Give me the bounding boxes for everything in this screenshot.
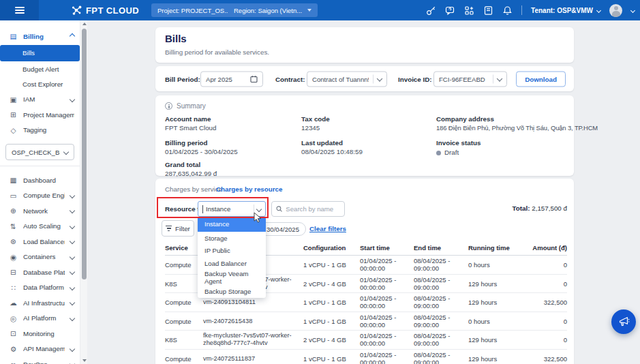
megaphone-icon	[618, 316, 630, 328]
bill-period-label: Bill Period:	[165, 75, 200, 82]
header-end-time: End time	[414, 244, 463, 252]
dropdown-option-instance[interactable]: Instance	[198, 217, 266, 232]
chevron-down-icon	[63, 149, 69, 155]
text-caret	[202, 205, 203, 213]
header-configuration: Configuration	[303, 244, 346, 252]
invoice-id-select[interactable]: FCI-96FEEABD	[433, 71, 507, 87]
chevron-down-icon	[70, 285, 75, 290]
sidebar-item-monitoring[interactable]: ⊡ Monitoring	[0, 326, 80, 342]
apps-grid-icon[interactable]	[464, 5, 474, 16]
dropdown-option-ip-public[interactable]: IP Public	[198, 244, 266, 257]
billing-doc-icon[interactable]	[483, 5, 493, 16]
dropdown-option-load-balancer[interactable]: Load Balancer	[198, 257, 266, 270]
filter-button[interactable]: Filter	[162, 220, 194, 237]
support-chat-icon[interactable]	[445, 5, 455, 16]
chevron-down-icon	[596, 7, 601, 12]
contract-label: Contract:	[275, 75, 305, 82]
sidebar-item-dashboard[interactable]: ▦ Dashboard	[0, 172, 80, 188]
tenant-selector[interactable]: Tenant: OSP&VMW	[531, 7, 600, 14]
invoice-id-label: Invoice ID:	[398, 75, 432, 82]
tax-code-label: Tax code	[301, 115, 330, 123]
tab-charges-by-resource[interactable]: Charges by resource	[216, 185, 282, 193]
search-box[interactable]	[271, 201, 345, 217]
download-button[interactable]: Download	[516, 71, 566, 87]
region-selector-label: Region: Saigon (Vietn...	[234, 7, 302, 14]
search-icon	[276, 205, 282, 213]
scroll-down-arrow[interactable]	[82, 359, 87, 362]
scroll-up-arrow[interactable]	[82, 22, 87, 25]
bill-period-input[interactable]: Apr 2025	[200, 71, 263, 87]
header-running-time: Running time	[468, 244, 510, 252]
user-avatar[interactable]	[609, 4, 622, 17]
resource-type-dropdown-menu: Instance Storage IP Public Load Balancer…	[198, 217, 266, 298]
summary-header: Summary	[177, 102, 206, 110]
sidebar-item-devops[interactable]: ∞ DevOps	[0, 357, 80, 364]
dropdown-option-backup-storage[interactable]: Backup Storage	[198, 285, 266, 298]
chevron-down-icon	[70, 361, 75, 364]
fpt-logo-icon	[71, 5, 82, 16]
project-selector-label: Project: PROJECT_OS...	[157, 7, 230, 14]
table-row[interactable]: Compute vm-240725111837 1 vCPU - 1 GB 01…	[165, 350, 567, 364]
page-title: Bills	[165, 33, 187, 44]
containers-icon: ◉	[9, 253, 18, 261]
sidebar-item-api-management[interactable]: ⚙ API Management	[0, 342, 80, 357]
sidebar-item-bills[interactable]: Bills	[0, 45, 80, 61]
sidebar-item-compute-engine[interactable]: ▭ Compute Engine	[0, 188, 80, 204]
sidebar-item-budget-alert[interactable]: Budget Alert	[0, 62, 80, 77]
page-subtitle: Billing period for available services.	[165, 48, 269, 56]
sidebar-item-containers[interactable]: ◉ Containers	[0, 249, 80, 265]
tagging-icon: ◇	[9, 126, 18, 134]
calendar-icon	[250, 75, 258, 82]
chevron-down-icon	[70, 269, 75, 275]
chevron-down-icon	[70, 193, 75, 198]
sidebar-item-cost-explorer[interactable]: Cost Explorer	[0, 77, 80, 92]
logo-text: FPT CLOUD	[86, 5, 139, 16]
feedback-fab-button[interactable]	[611, 309, 636, 334]
status-badge: Draft	[444, 149, 459, 156]
sidebar-item-project-management[interactable]: ⊞ Project Management	[0, 107, 80, 123]
top-bar: FPT CLOUD Project: PROJECT_OS... Region:…	[0, 0, 640, 20]
sidebar-item-tagging[interactable]: ◇ Tagging	[0, 123, 80, 138]
chevron-down-icon	[497, 76, 502, 81]
scrollbar-thumb[interactable]	[82, 29, 87, 279]
sidebar-item-ai-infrastructure[interactable]: ☁ AI Infrastructure	[0, 295, 80, 311]
network-icon: ⊕	[9, 207, 18, 215]
search-input[interactable]	[286, 205, 340, 213]
avatar-chevron-icon[interactable]	[630, 7, 635, 12]
chevron-down-icon	[70, 224, 75, 229]
chevron-up-icon	[70, 33, 75, 39]
table-row[interactable]: K8S fke-mycluster-7vs5vt07-worker-zhe8q8…	[165, 331, 567, 350]
sidebar-item-network[interactable]: ⊕ Network	[0, 203, 80, 219]
sidebar-item-billing[interactable]: ▤ Billing	[0, 29, 80, 44]
sidebar-item-ai-platform[interactable]: ◎ AI Platform	[0, 311, 80, 327]
notification-bell-icon[interactable]	[502, 5, 513, 16]
resource-type-combobox[interactable]: Instance	[198, 201, 266, 217]
chevron-down-icon	[256, 206, 262, 211]
ai-infrastructure-icon: ☁	[9, 299, 18, 307]
account-name-label: Account name	[165, 115, 211, 123]
region-selector[interactable]: Region: Saigon (Vietn...	[228, 3, 318, 17]
sidebar-item-database-platform[interactable]: ⊟ Database Platform	[0, 264, 80, 280]
sidebar-item-iam[interactable]: ▣ IAM	[0, 92, 80, 108]
auto-scaling-icon: ⇅	[9, 222, 18, 230]
sidebar-scrollbar[interactable]	[80, 20, 87, 364]
chevron-down-icon	[70, 239, 75, 244]
status-dot	[436, 151, 441, 155]
chevron-down-icon	[70, 97, 75, 102]
contract-select[interactable]: Contract of Tuannn52...	[307, 71, 387, 87]
sidebar-item-load-balancer[interactable]: ⊛ Load Balancer	[0, 234, 80, 249]
fpt-cloud-logo[interactable]: FPT CLOUD	[71, 0, 139, 20]
dropdown-option-storage[interactable]: Storage	[198, 232, 266, 245]
dropdown-option-backup-veeam-agent[interactable]: Backup Veeam Agent	[198, 270, 266, 285]
monitoring-icon: ⊡	[9, 329, 18, 337]
clear-filters-link[interactable]: Clear filters	[309, 225, 346, 232]
hamburger-menu-button[interactable]	[0, 0, 39, 20]
tab-charges-by-service[interactable]: Charges by service	[165, 185, 222, 193]
table-row[interactable]: Compute vm-24072615438 1 vCPU - 1 GB 01/…	[165, 312, 567, 331]
sidebar-item-data-platform[interactable]: ∷ Data Platform	[0, 280, 80, 296]
key-icon[interactable]	[426, 5, 436, 16]
chevron-down-icon	[377, 76, 382, 81]
project-scope-select[interactable]: OSP_CHECK_BILL_001	[5, 144, 74, 160]
sidebar-item-auto-scaling[interactable]: ⇅ Auto Scaling	[0, 219, 80, 234]
chevron-down-icon	[70, 300, 75, 305]
